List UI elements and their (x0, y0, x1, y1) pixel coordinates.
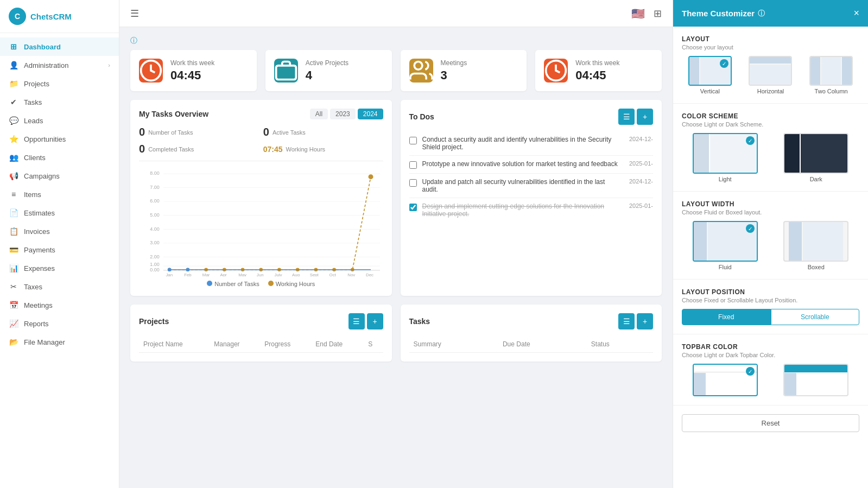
sidebar-item-file-manager[interactable]: 📂 File Manager (0, 333, 119, 351)
projects-list-view-button[interactable]: ☰ (349, 313, 365, 329)
svg-text:Feb: Feb (184, 272, 192, 276)
sidebar-label-taxes: Taxes (24, 283, 42, 291)
theme-close-button[interactable]: × (853, 8, 859, 19)
svg-text:6.00: 6.00 (150, 198, 160, 204)
theme-customizer-panel: Theme Customizer ⓘ × LAYOUT Choose your … (673, 0, 868, 488)
sidebar-item-leads[interactable]: 💬 Leads (0, 111, 119, 130)
todo-checkbox-2[interactable] (409, 161, 417, 169)
sidebar-item-invoices[interactable]: 📋 Invoices (0, 222, 119, 240)
sidebar-item-expenses[interactable]: 📊 Expenses (0, 259, 119, 277)
sidebar-item-campaigns[interactable]: 📢 Campaigns (0, 167, 119, 185)
col-project-name: Project Name (139, 336, 210, 353)
layout-option-two-column[interactable]: Two Column (803, 56, 859, 94)
sidebar-item-meetings[interactable]: 📅 Meetings (0, 296, 119, 314)
active-projects-icon (274, 59, 298, 83)
sidebar-item-taxes[interactable]: ✂ Taxes (0, 277, 119, 296)
todos-list-view-button[interactable]: ☰ (618, 109, 635, 125)
layout-label-horizontal: Horizontal (757, 88, 784, 94)
stat-value-meetings: 3 (441, 68, 467, 83)
position-scrollable-button[interactable]: Scrollable (771, 309, 860, 325)
working-hours-value: 07:45 (263, 145, 283, 154)
work-week-icon-2 (544, 59, 568, 83)
projects-add-button[interactable]: + (367, 313, 383, 329)
layout-section-title: LAYOUT (682, 35, 859, 43)
sidebar-item-estimates[interactable]: 📄 Estimates (0, 204, 119, 222)
svg-text:Oct: Oct (330, 272, 337, 276)
topbar-color-section: TOPBAR COLOR Choose Light or Dark Topbar… (673, 334, 868, 405)
width-label-boxed: Boxed (808, 264, 825, 270)
todo-checkbox-1[interactable] (409, 137, 417, 144)
stat-info-active-projects: Active Projects 4 (306, 59, 349, 83)
todo-item-1: Conduct a security audit and identify vu… (409, 131, 654, 156)
col-summary: Summary (409, 336, 498, 353)
sidebar-item-reports[interactable]: 📈 Reports (0, 314, 119, 333)
sidebar-item-items[interactable]: ≡ Items (0, 185, 119, 204)
invoices-icon: 📋 (9, 227, 18, 236)
todo-text-2: Prototype a new innovative solution for … (422, 160, 619, 168)
layout-label-two-column: Two Column (815, 88, 848, 94)
todo-checkbox-4[interactable] (409, 204, 417, 211)
info-icon[interactable]: ⓘ (130, 36, 662, 46)
sidebar-item-clients[interactable]: 👥 Clients (0, 148, 119, 167)
layout-preview-vertical: ✓ (688, 56, 732, 86)
grid-menu-icon[interactable]: ⊞ (654, 8, 662, 20)
topbar-light-preview: ✓ (693, 364, 758, 396)
width-option-fluid[interactable]: ✓ Fluid (682, 221, 769, 270)
layout-preview-horizontal (749, 56, 792, 86)
topbar-light-option[interactable]: ✓ (682, 364, 769, 396)
sidebar-label-expenses: Expenses (24, 264, 55, 272)
svg-point-2 (414, 62, 422, 70)
layout-check-vertical: ✓ (720, 59, 728, 68)
meetings-icon: 📅 (9, 301, 18, 309)
sidebar-item-dashboard[interactable]: ⊞ Dashboard (0, 37, 119, 56)
projects-table: Project Name Manager Progress End Date S (139, 336, 383, 353)
sidebar-item-tasks[interactable]: ✔ Tasks (0, 93, 119, 111)
svg-rect-1 (276, 66, 296, 80)
sidebar-item-payments[interactable]: 💳 Payments (0, 240, 119, 259)
topbar-dark-option[interactable] (773, 364, 860, 396)
completed-tasks-label: Completed Tasks (148, 146, 194, 153)
layout-option-vertical[interactable]: ✓ Vertical (682, 56, 738, 94)
sidebar-label-items: Items (24, 191, 41, 199)
svg-text:5.00: 5.00 (150, 212, 160, 218)
sidebar-item-projects[interactable]: 📁 Projects (0, 74, 119, 93)
theme-info-icon[interactable]: ⓘ (758, 9, 765, 18)
tasks-list-view-button[interactable]: ☰ (618, 313, 635, 329)
reset-button[interactable]: Reset (682, 414, 859, 432)
stat-value-active-projects: 4 (306, 68, 349, 83)
scheme-option-light[interactable]: ✓ Light (682, 133, 769, 182)
tasks-add-button[interactable]: + (637, 313, 653, 329)
sidebar-label-reports: Reports (24, 320, 49, 328)
sidebar-label-administration: Administration (24, 61, 68, 69)
todos-card: To Dos ☰ + Conduct a security audit and … (401, 100, 662, 296)
tab-all[interactable]: All (310, 109, 328, 119)
stat-info-work-week-1: Work this week 04:45 (170, 59, 214, 83)
language-flag[interactable]: 🇺🇸 (631, 7, 645, 20)
width-option-boxed[interactable]: Boxed (773, 221, 860, 270)
layout-options: ✓ Vertical Horizontal Two Column (682, 56, 859, 94)
position-buttons: Fixed Scrollable (682, 309, 859, 325)
todo-checkbox-3[interactable] (409, 179, 417, 187)
sidebar-item-opportunities[interactable]: ⭐ Opportunities (0, 130, 119, 148)
todo-item-4: Design and implement cutting-edge soluti… (409, 198, 654, 222)
tab-2023[interactable]: 2023 (330, 109, 356, 119)
sidebar-label-dashboard: Dashboard (24, 43, 61, 51)
topbar-dark-preview (783, 364, 848, 396)
sidebar-item-administration[interactable]: 👤 Administration › (0, 56, 119, 74)
col-due-date: Due Date (498, 336, 587, 353)
todos-add-button[interactable]: + (637, 109, 653, 125)
stat-label-work-week-1: Work this week (170, 59, 214, 67)
todo-text-3: Update and patch all security vulnerabil… (422, 178, 619, 193)
num-tasks-value: 0 (139, 126, 145, 138)
stat-info-work-week-2: Work this week 04:45 (575, 59, 619, 83)
app-name: ChetsCRM (30, 12, 72, 21)
sidebar-label-tasks: Tasks (24, 98, 42, 106)
scheme-option-dark[interactable]: Dark (773, 133, 860, 182)
active-tasks-label: Active Tasks (273, 129, 306, 136)
tab-2024[interactable]: 2024 (358, 109, 383, 119)
meetings-stat-icon (409, 59, 433, 83)
logo-icon: C (9, 8, 26, 25)
menu-toggle-icon[interactable]: ☰ (130, 8, 139, 20)
layout-option-horizontal[interactable]: Horizontal (743, 56, 799, 94)
position-fixed-button[interactable]: Fixed (682, 309, 771, 325)
